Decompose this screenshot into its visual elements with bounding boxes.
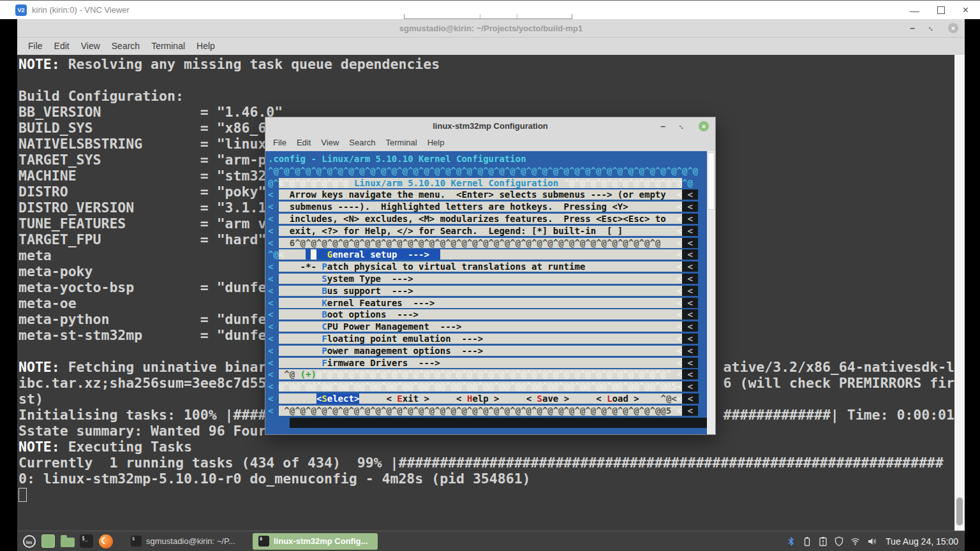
menuconfig-menu-edit[interactable]: Edit — [292, 135, 316, 151]
terminal-icon: $_ — [80, 534, 93, 548]
menuconfig-scrollbar-thumb[interactable] — [708, 152, 715, 210]
vnc-maximize-button[interactable] — [937, 6, 945, 14]
menuconfig-window: linux-stm32mp Configuration – ↔ × FileEd… — [265, 117, 716, 435]
mc-item-patch-physical[interactable]: < -*- Patch physical to virtual translat… — [268, 261, 707, 273]
terminal-menu-edit[interactable]: Edit — [48, 38, 75, 55]
mint-logo-icon: lm — [23, 535, 36, 548]
vnc-close-button[interactable]: × — [963, 4, 969, 16]
menuconfig-window-title: linux-stm32mp Configuration — [265, 117, 715, 135]
menuconfig-screen: .config - Linux/arm 5.10.10 Kernel Confi… — [265, 151, 707, 434]
mc-item-system-type[interactable]: < System Type ---> < < — [268, 273, 707, 285]
volume-icon[interactable] — [866, 536, 877, 547]
mc-help-line: < submenus ----). Highlighted letters ar… — [268, 201, 707, 213]
task-label: sgmustadio@kirin: ~/P... — [146, 536, 235, 546]
menuconfig-menu-view[interactable]: View — [316, 135, 344, 151]
mc-item-boot-options[interactable]: < Boot options ---> < < — [268, 309, 707, 321]
terminal-line: NOTE: Executing Tasks — [19, 439, 954, 455]
vnc-viewer-window: V2 kirin (kirin:0) - VNC Viewer — × sgmu… — [0, 0, 980, 551]
taskbar-task-menuconfig[interactable]: $linux-stm32mp Config... — [253, 533, 378, 550]
mc-inner-border: < 6^@^@^@^@^@^@^@^@^@^@^@^@^@^@^@^@^@^@^… — [268, 237, 707, 249]
system-tray: Tue Aug 24, 15:00 — [786, 536, 965, 547]
desktop-icon — [41, 534, 55, 548]
mc-item-general-setup[interactable]: ^@< General setup ---> < < — [268, 249, 707, 261]
terminal-line: 0: linux-stm32mp-5.10.10-r0 do_menuconfi… — [19, 471, 954, 487]
show-desktop-button[interactable] — [41, 534, 56, 548]
terminal-menu-help[interactable]: Help — [191, 38, 221, 55]
shield-icon[interactable] — [834, 536, 844, 547]
mint-menu-button[interactable]: lm — [22, 534, 36, 548]
terminal-menu-terminal[interactable]: Terminal — [145, 38, 191, 55]
terminal-menu-file[interactable]: File — [22, 38, 48, 55]
mc-help-line: < exit, <?> for Help, </> for Search. Le… — [268, 225, 707, 237]
update-manager-icon[interactable] — [818, 536, 828, 547]
terminal-line: NOTE: Resolving any missing task queue d… — [19, 56, 954, 72]
terminal-close-button[interactable]: × — [948, 23, 958, 33]
taskbar-task-terminal[interactable]: $sgmustadio@kirin: ~/P... — [125, 533, 250, 550]
firefox-icon — [99, 534, 113, 548]
menuconfig-menubar: FileEditViewSearchTerminalHelp — [265, 135, 715, 151]
menuconfig-menu-help[interactable]: Help — [422, 135, 450, 151]
mc-bottom-border: < ^@^@^@^@^@^@^@^@^@^@^@^@^@^@^@^@^@^@^@… — [268, 405, 707, 417]
terminal-line: Currently 1 running tasks (434 of 434) 9… — [19, 455, 954, 471]
terminal-minimize-button[interactable]: – — [910, 25, 915, 31]
mc-help-line: < Arrow keys navigate the menu. <Enter> … — [268, 189, 707, 201]
mc-header-line: .config - Linux/arm 5.10.10 Kernel Confi… — [268, 153, 707, 165]
mc-dialog-shadow — [268, 417, 707, 429]
mc-dialog-title-line: @^6^@^@^@^@^@^@ Linux/arm 5.10.10 Kernel… — [268, 177, 707, 189]
vnc-logo-icon: V2 — [15, 4, 27, 16]
taskbar: lm $_ $sgmustadio@kirin: ~/P...$linux-st… — [17, 531, 965, 551]
battery-icon[interactable] — [802, 536, 812, 547]
terminal-launcher[interactable]: $_ — [79, 534, 94, 548]
terminal-menubar: FileEditViewSearchTerminalHelp — [17, 38, 965, 55]
terminal-cursor — [19, 488, 27, 502]
mc-item-firmware-drivers[interactable]: < Firmware Drivers ---> < < — [268, 357, 707, 369]
wifi-icon[interactable] — [850, 536, 861, 547]
folder-icon — [61, 538, 75, 547]
vnc-minimize-button[interactable]: — — [910, 5, 919, 16]
menuconfig-close-button[interactable]: × — [699, 121, 709, 131]
terminal-maximize-button[interactable]: ↔ — [926, 22, 937, 34]
terminal-menu-search[interactable]: Search — [106, 38, 145, 55]
vnc-window-title: kirin (kirin:0) - VNC Viewer — [32, 1, 130, 20]
firefox-launcher[interactable] — [98, 534, 113, 548]
menuconfig-scrollbar[interactable] — [707, 151, 715, 434]
menuconfig-titlebar[interactable]: linux-stm32mp Configuration – ↔ × — [265, 117, 715, 135]
files-launcher[interactable] — [60, 534, 75, 548]
vnc-toolbar-tab[interactable] — [404, 14, 572, 19]
mc-item-cpu-power-management[interactable]: < CPU Power Management ---> < < — [268, 321, 707, 333]
menuconfig-minimize-button[interactable]: – — [660, 123, 665, 129]
menuconfig-menu-terminal[interactable]: Terminal — [381, 135, 422, 151]
mc-more-indicator: < ^@ (+)@^@^@^@^@^@^@^@^@^@^@^@^@^@^@^@^… — [268, 369, 707, 381]
mc-item-floating-point-emulation[interactable]: < Floating point emulation ---> < < — [268, 333, 707, 345]
mc-border-line: ^@^@^@^@^@^@^@^@^@^@^@^@^@^@^@^@^@^@^@^@… — [268, 165, 707, 177]
bluetooth-icon[interactable] — [786, 536, 796, 547]
terminal-scrollbar-thumb[interactable] — [956, 497, 963, 525]
terminal-scrollbar[interactable] — [954, 55, 965, 531]
clock[interactable]: Tue Aug 24, 15:00 — [886, 536, 958, 547]
menuconfig-menu-file[interactable]: File — [268, 135, 292, 151]
terminal-icon: $ — [258, 536, 269, 547]
vnc-titlebar: V2 kirin (kirin:0) - VNC Viewer — × — [0, 0, 980, 19]
mc-help-line: < includes, <N> excludes, <M> modularize… — [268, 213, 707, 225]
menuconfig-maximize-button[interactable]: ↔ — [676, 120, 688, 131]
terminal-window-title: sgmustadio@kirin: ~/Projects/yocto/build… — [17, 19, 965, 38]
mc-item-power-management-options[interactable]: < Power management options ---> < < — [268, 345, 707, 357]
mc-item-bus-support[interactable]: < Bus support ---> < < — [268, 285, 707, 297]
terminal-line — [19, 72, 954, 88]
mc-item-kernel-features[interactable]: < Kernel Features ---> < < — [268, 297, 707, 309]
terminal-line: Build Configuration: — [19, 88, 954, 104]
task-label: linux-stm32mp Config... — [274, 536, 368, 546]
terminal-titlebar[interactable]: sgmustadio@kirin: ~/Projects/yocto/build… — [17, 19, 965, 38]
mc-action-buttons[interactable]: < <Select> < Exit > < Help > < Save > < … — [268, 393, 707, 405]
terminal-line — [19, 487, 954, 503]
mc-separator: < @^@@^@@^@@^@@^@@^@@^@@^@@^@@^@@^@@^@@^… — [268, 381, 707, 393]
terminal-menu-view[interactable]: View — [75, 38, 106, 55]
menuconfig-menu-search[interactable]: Search — [344, 135, 380, 151]
terminal-icon: $ — [131, 536, 142, 547]
